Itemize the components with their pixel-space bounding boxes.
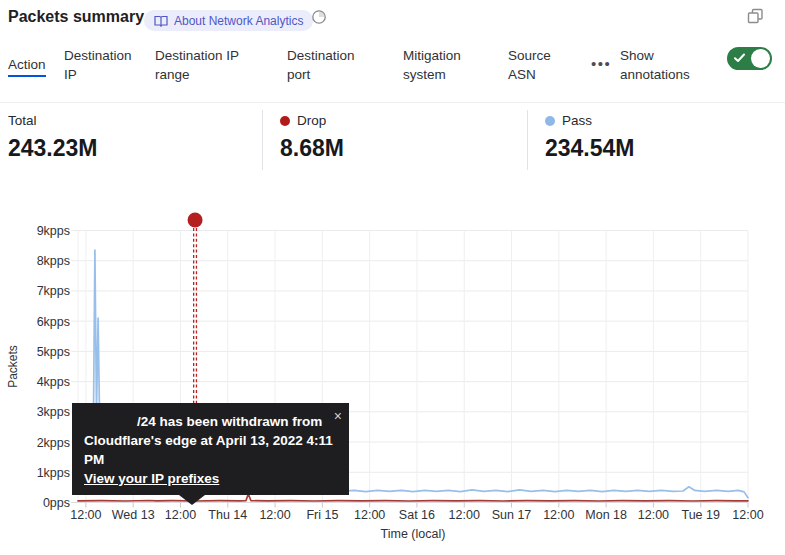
annotation-tooltip: × /24 has been withdrawn from Cloudflare…	[72, 403, 349, 495]
x-axis-title: Time (local)	[381, 527, 446, 541]
x-tick-label: Mon 18	[585, 508, 627, 522]
y-tick-label: 8kpps	[37, 254, 70, 268]
y-tick-label: 0pps	[43, 496, 70, 510]
annotation-marker[interactable]	[188, 213, 203, 228]
x-tick-label: 12:00	[638, 508, 669, 522]
tooltip-line2: Cloudflare's edge at April 13, 2022 4:11…	[84, 431, 337, 469]
view-ip-prefixes-link[interactable]: View your IP prefixes	[84, 469, 219, 488]
tooltip-line1: /24 has been withdrawn from	[137, 412, 337, 431]
y-tick-label: 6kpps	[37, 315, 70, 329]
x-tick-label: Fri 15	[306, 508, 338, 522]
close-icon[interactable]: ×	[334, 407, 342, 426]
y-axis-title: Packets	[6, 345, 20, 388]
tooltip-caret	[179, 495, 205, 505]
y-tick-label: 1kpps	[37, 466, 70, 480]
x-tick-label: 12:00	[449, 508, 480, 522]
y-tick-label: 5kpps	[37, 345, 70, 359]
y-tick-label: 9kpps	[37, 224, 70, 238]
y-tick-label: 3kpps	[37, 405, 70, 419]
x-tick-label: 12:00	[543, 508, 574, 522]
x-tick-label: 12:00	[354, 508, 385, 522]
x-tick-label: Sun 17	[492, 508, 532, 522]
y-tick-label: 7kpps	[37, 284, 70, 298]
x-tick-label: Tue 19	[681, 508, 720, 522]
x-tick-label: 12:00	[165, 508, 196, 522]
x-tick-label: Thu 14	[208, 508, 247, 522]
y-tick-label: 2kpps	[37, 436, 70, 450]
x-tick-label: Sat 16	[399, 508, 435, 522]
x-tick-label: Wed 13	[112, 508, 155, 522]
y-tick-label: 4kpps	[37, 375, 70, 389]
x-tick-label: 12:00	[70, 508, 101, 522]
x-tick-label: 12:00	[732, 508, 763, 522]
x-tick-label: 12:00	[259, 508, 290, 522]
